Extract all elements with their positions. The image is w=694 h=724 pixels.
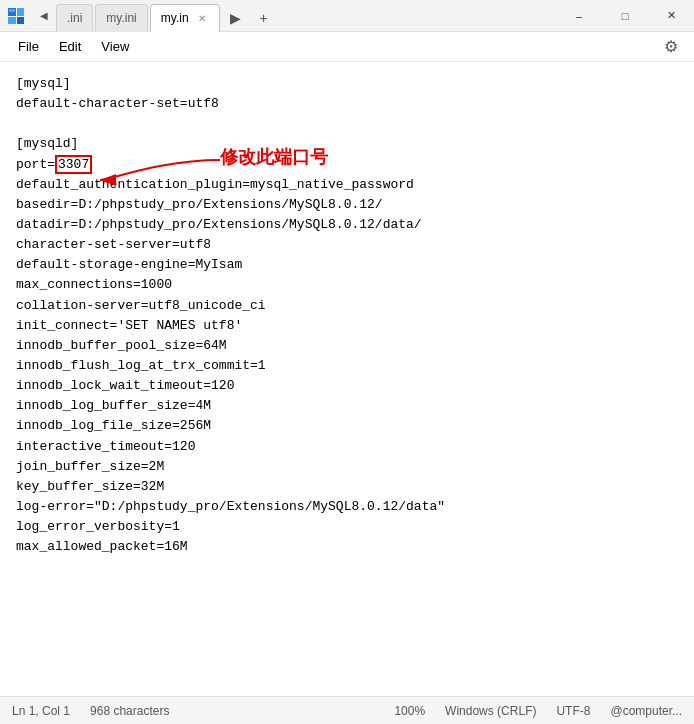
line-13: init_connect='SET NAMES utf8' [16,316,678,336]
line-17: innodb_log_buffer_size=4M [16,396,678,416]
line-18: innodb_log_file_size=256M [16,416,678,436]
minimize-button[interactable]: – [556,0,602,32]
line-8: datadir=D:/phpstudy_pro/Extensions/MySQL… [16,215,678,235]
line-20: join_buffer_size=2M [16,457,678,477]
status-zoom: 100% [394,704,425,718]
app-icon [0,0,32,32]
line-10: default-storage-engine=MyIsam [16,255,678,275]
status-characters: 968 characters [90,704,169,718]
status-encoding: UTF-8 [556,704,590,718]
line-14: innodb_buffer_pool_size=64M [16,336,678,356]
line-21: key_buffer_size=32M [16,477,678,497]
port-value-highlight: 3307 [55,155,92,174]
tab-scroll-left[interactable]: ◀ [32,0,56,32]
new-tab-button[interactable]: + [250,4,278,32]
line-24: max_allowed_packet=16M [16,537,678,557]
line-6: default_authentication_plugin=mysql_nati… [16,175,678,195]
window-controls: – □ ✕ [556,0,694,32]
line-11: max_connections=1000 [16,275,678,295]
status-extra: @computer... [610,704,682,718]
tabs-container: .ini my.ini my.in ✕ ▶ + [56,0,556,32]
tab-close-button[interactable]: ✕ [195,11,209,25]
svg-rect-2 [17,8,24,16]
menu-file[interactable]: File [8,35,49,58]
tab-add-button[interactable]: ▶ [222,4,250,32]
svg-rect-1 [8,17,16,24]
line-2: default-character-set=utf8 [16,94,678,114]
status-line-ending: Windows (CRLF) [445,704,536,718]
line-23: log_error_verbosity=1 [16,517,678,537]
menu-view[interactable]: View [91,35,139,58]
svg-rect-4 [9,9,15,12]
tab-myin-active[interactable]: my.in ✕ [150,4,220,32]
editor-content: [mysql] default-character-set=utf8 [mysq… [16,74,678,557]
line-5: port=3307 [16,155,678,175]
title-bar: ◀ .ini my.ini my.in ✕ ▶ + – □ ✕ [0,0,694,32]
line-22: log-error="D:/phpstudy_pro/Extensions/My… [16,497,678,517]
menu-bar: File Edit View ⚙ [0,32,694,62]
line-7: basedir=D:/phpstudy_pro/Extensions/MySQL… [16,195,678,215]
line-9: character-set-server=utf8 [16,235,678,255]
tab-myini[interactable]: my.ini [95,4,147,32]
line-16: innodb_lock_wait_timeout=120 [16,376,678,396]
line-19: interactive_timeout=120 [16,437,678,457]
line-3 [16,114,678,134]
status-position: Ln 1, Col 1 [12,704,70,718]
close-button[interactable]: ✕ [648,0,694,32]
editor-area[interactable]: [mysql] default-character-set=utf8 [mysq… [0,62,694,696]
maximize-button[interactable]: □ [602,0,648,32]
tab-ini[interactable]: .ini [56,4,93,32]
line-4: [mysqld] [16,134,678,154]
line-12: collation-server=utf8_unicode_ci [16,296,678,316]
svg-rect-3 [17,17,24,24]
settings-icon[interactable]: ⚙ [656,33,686,60]
line-1: [mysql] [16,74,678,94]
line-15: innodb_flush_log_at_trx_commit=1 [16,356,678,376]
menu-edit[interactable]: Edit [49,35,91,58]
status-bar: Ln 1, Col 1 968 characters 100% Windows … [0,696,694,724]
